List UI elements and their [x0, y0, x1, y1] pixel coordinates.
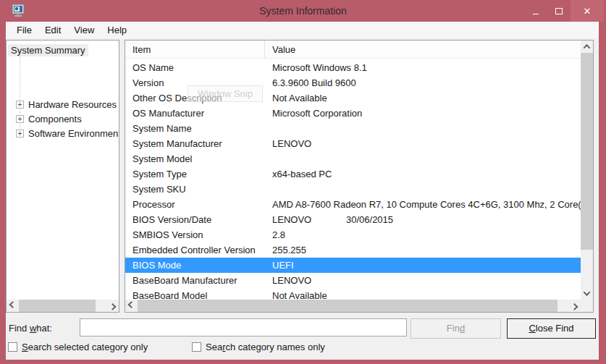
menu-help[interactable]: Help [101, 22, 133, 38]
column-header-item[interactable]: Item [125, 41, 265, 58]
expand-plus-icon[interactable]: + [16, 130, 24, 137]
tree-item-system-summary[interactable]: System Summary [8, 44, 88, 56]
details-list: Item Value OS NameMicrosoft Windows 8.1 … [125, 40, 594, 313]
category-tree: System Summary + Hardware Resources + Co… [6, 40, 119, 313]
list-header: Item Value [125, 41, 581, 59]
table-row-selected[interactable]: BIOS ModeUEFI [125, 258, 581, 273]
table-row[interactable]: BIOS Version/DateLENOVO30/06/2015 [125, 212, 581, 227]
menu-view[interactable]: View [67, 22, 101, 38]
close-button[interactable]: ✕ [571, 0, 604, 22]
vertical-scrollbar-thumb[interactable] [581, 53, 593, 250]
horizontal-scrollbar-thumb[interactable] [138, 300, 557, 312]
table-row[interactable]: Embedded Controller Version255.255 [125, 242, 581, 258]
search-selected-category-option: Search selected category only [8, 342, 148, 352]
system-information-window: System Information – ✕ File Edit View He… [0, 0, 606, 364]
menu-file[interactable]: File [10, 22, 38, 38]
caption-buttons: – ✕ [524, 0, 604, 22]
tree-item-hardware-resources[interactable]: + Hardware Resources [16, 98, 117, 110]
table-row[interactable]: System Model [125, 151, 581, 166]
menu-bar: File Edit View Help [6, 22, 599, 38]
minimize-icon: – [533, 9, 539, 17]
scroll-right-icon[interactable] [568, 300, 581, 312]
table-row[interactable]: BaseBoard ManufacturerLENOVO [125, 273, 581, 288]
search-category-names-option: Search category names only [192, 342, 325, 352]
checkbox-label: Search selected category only [22, 342, 148, 352]
close-icon: ✕ [584, 6, 592, 17]
table-row[interactable]: System Name [125, 121, 581, 136]
search-selected-category-checkbox[interactable] [8, 342, 17, 352]
tree-item-software-environment[interactable]: + Software Environment [16, 127, 119, 139]
table-row[interactable]: OS NameMicrosoft Windows 8.1 [125, 60, 581, 75]
column-header-value[interactable]: Value [265, 41, 581, 58]
title-bar[interactable]: System Information – ✕ [0, 0, 606, 22]
tree-scrollbar-thumb[interactable] [19, 300, 96, 312]
maximize-icon [555, 8, 563, 14]
close-find-button[interactable]: Close Find [507, 318, 596, 339]
scroll-up-icon[interactable] [581, 41, 593, 53]
scroll-left-icon[interactable] [7, 300, 19, 312]
expand-plus-icon[interactable]: + [16, 115, 24, 123]
checkbox-label: Search category names only [206, 342, 325, 352]
window-body: System Summary + Hardware Resources + Co… [6, 38, 599, 360]
table-row[interactable]: OS ManufacturerMicrosoft Corporation [125, 106, 581, 121]
menu-edit[interactable]: Edit [38, 22, 67, 38]
expand-plus-icon[interactable]: + [16, 101, 24, 109]
window-title: System Information [0, 0, 606, 22]
table-row[interactable]: System ManufacturerLENOVO [125, 136, 581, 151]
tree-horizontal-scrollbar[interactable] [7, 300, 119, 312]
horizontal-scrollbar[interactable] [125, 300, 581, 312]
search-category-names-checkbox[interactable] [192, 342, 201, 352]
maximize-button[interactable] [547, 0, 571, 22]
find-what-label: Find what: [9, 323, 52, 334]
list-rows: OS NameMicrosoft Windows 8.1 Version6.3.… [125, 60, 581, 303]
table-row[interactable]: System Typex64-based PC [125, 166, 581, 182]
find-button[interactable]: Find [411, 318, 501, 339]
bios-date-value: 30/06/2015 [346, 212, 393, 227]
vertical-scrollbar[interactable] [581, 41, 593, 300]
table-row[interactable]: Version6.3.9600 Build 9600 [125, 75, 581, 90]
scroll-left-icon[interactable] [125, 300, 138, 312]
scroll-right-icon[interactable] [106, 300, 119, 312]
tree-item-components[interactable]: + Components [16, 113, 82, 124]
minimize-button[interactable]: – [524, 0, 547, 22]
scrollbar-corner [581, 300, 593, 312]
table-row[interactable]: System SKU [125, 182, 581, 197]
table-row[interactable]: Other OS DescriptionNot Available [125, 90, 581, 106]
table-row[interactable]: ProcessorAMD A8-7600 Radeon R7, 10 Compu… [125, 197, 581, 212]
find-input[interactable] [80, 318, 407, 337]
table-row[interactable]: SMBIOS Version2.8 [125, 227, 581, 242]
scroll-down-icon[interactable] [581, 287, 593, 300]
